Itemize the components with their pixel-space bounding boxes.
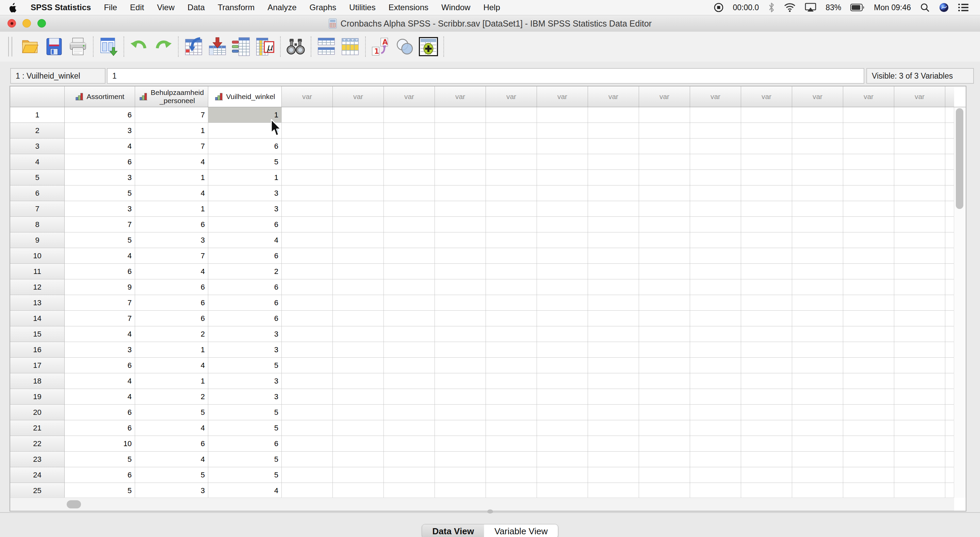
empty-cell[interactable] xyxy=(537,405,588,420)
empty-cell[interactable] xyxy=(486,311,537,327)
empty-cell[interactable] xyxy=(639,139,690,154)
empty-cell[interactable] xyxy=(639,295,690,311)
empty-cell[interactable] xyxy=(639,248,690,264)
row-number-header[interactable]: 11 xyxy=(10,264,65,279)
empty-cell[interactable] xyxy=(639,217,690,233)
empty-cell[interactable] xyxy=(537,389,588,405)
empty-cell[interactable] xyxy=(894,248,945,264)
empty-cell[interactable] xyxy=(894,233,945,248)
empty-cell[interactable] xyxy=(537,358,588,373)
empty-cell[interactable] xyxy=(435,201,486,217)
empty-cell[interactable] xyxy=(639,483,690,499)
empty-cell[interactable] xyxy=(894,123,945,139)
empty-cell[interactable] xyxy=(435,452,486,467)
empty-cell[interactable] xyxy=(894,358,945,373)
data-cell[interactable]: 3 xyxy=(208,185,282,201)
empty-cell[interactable] xyxy=(384,311,435,327)
row-number-header[interactable]: 15 xyxy=(10,327,65,342)
menu-item-utilities[interactable]: Utilities xyxy=(349,3,375,12)
row-number-header[interactable]: 10 xyxy=(10,248,65,264)
redo-icon[interactable] xyxy=(151,35,175,59)
data-cell[interactable]: 6 xyxy=(65,405,135,420)
empty-cell[interactable] xyxy=(333,295,384,311)
empty-cell[interactable] xyxy=(282,389,333,405)
empty-cell[interactable] xyxy=(435,107,486,123)
empty-cell[interactable] xyxy=(537,233,588,248)
data-cell[interactable]: 6 xyxy=(208,217,282,233)
data-cell[interactable]: 6 xyxy=(65,107,135,123)
empty-cell[interactable] xyxy=(486,452,537,467)
empty-cell[interactable] xyxy=(792,107,843,123)
empty-cell[interactable] xyxy=(486,467,537,483)
menu-item-transform[interactable]: Transform xyxy=(218,3,255,12)
empty-cell[interactable] xyxy=(639,185,690,201)
menu-item-file[interactable]: File xyxy=(104,3,117,12)
menu-item-window[interactable]: Window xyxy=(441,3,470,12)
row-number-header[interactable]: 12 xyxy=(10,279,65,295)
empty-cell[interactable] xyxy=(690,107,741,123)
undo-icon[interactable] xyxy=(127,35,151,59)
empty-cell[interactable] xyxy=(486,327,537,342)
row-number-header[interactable]: 21 xyxy=(10,420,65,436)
data-cell[interactable]: 3 xyxy=(65,342,135,358)
empty-cell[interactable] xyxy=(486,483,537,499)
spotlight-search-icon[interactable] xyxy=(920,3,930,12)
zoom-window-button[interactable] xyxy=(37,19,46,27)
empty-cell[interactable] xyxy=(843,327,894,342)
data-cell[interactable]: 5 xyxy=(208,467,282,483)
empty-cell[interactable] xyxy=(843,358,894,373)
data-cell[interactable]: 6 xyxy=(208,139,282,154)
row-number-header[interactable]: 25 xyxy=(10,483,65,499)
empty-cell[interactable] xyxy=(486,123,537,139)
empty-cell[interactable] xyxy=(843,342,894,358)
menu-item-data[interactable]: Data xyxy=(188,3,205,12)
row-number-header[interactable]: 20 xyxy=(10,405,65,420)
empty-cell[interactable] xyxy=(741,139,792,154)
empty-cell[interactable] xyxy=(282,170,333,185)
data-cell[interactable]: 4 xyxy=(135,358,208,373)
empty-cell[interactable] xyxy=(333,264,384,279)
empty-cell[interactable] xyxy=(588,264,639,279)
empty-cell[interactable] xyxy=(690,248,741,264)
empty-cell[interactable] xyxy=(792,436,843,452)
empty-cell[interactable] xyxy=(843,295,894,311)
empty-cell[interactable] xyxy=(894,217,945,233)
empty-cell[interactable] xyxy=(384,170,435,185)
empty-cell[interactable] xyxy=(282,107,333,123)
empty-cell[interactable] xyxy=(690,452,741,467)
row-number-header[interactable]: 23 xyxy=(10,452,65,467)
empty-cell[interactable] xyxy=(435,467,486,483)
row-number-header[interactable]: 2 xyxy=(10,123,65,139)
empty-cell[interactable] xyxy=(435,279,486,295)
empty-cell[interactable] xyxy=(690,295,741,311)
menu-item-analyze[interactable]: Analyze xyxy=(267,3,296,12)
empty-cell[interactable] xyxy=(741,467,792,483)
empty-cell[interactable] xyxy=(435,373,486,389)
empty-cell[interactable] xyxy=(486,139,537,154)
empty-cell[interactable] xyxy=(741,170,792,185)
empty-cell[interactable] xyxy=(282,154,333,170)
column-header-var[interactable]: var xyxy=(741,86,792,107)
row-number-header[interactable]: 22 xyxy=(10,436,65,452)
data-cell[interactable]: 6 xyxy=(65,154,135,170)
descriptive-statistics-icon[interactable]: μ xyxy=(253,35,277,59)
empty-cell[interactable] xyxy=(741,248,792,264)
data-cell[interactable]: 4 xyxy=(65,373,135,389)
empty-cell[interactable] xyxy=(333,139,384,154)
empty-cell[interactable] xyxy=(792,342,843,358)
empty-cell[interactable] xyxy=(588,217,639,233)
empty-cell[interactable] xyxy=(588,248,639,264)
empty-cell[interactable] xyxy=(792,311,843,327)
empty-cell[interactable] xyxy=(639,279,690,295)
empty-cell[interactable] xyxy=(588,342,639,358)
empty-cell[interactable] xyxy=(639,154,690,170)
empty-cell[interactable] xyxy=(486,217,537,233)
empty-cell[interactable] xyxy=(384,342,435,358)
empty-cell[interactable] xyxy=(537,107,588,123)
data-cell[interactable]: 4 xyxy=(208,233,282,248)
empty-cell[interactable] xyxy=(282,233,333,248)
data-cell[interactable]: 4 xyxy=(65,248,135,264)
empty-cell[interactable] xyxy=(588,279,639,295)
column-header-var[interactable]: var xyxy=(435,86,486,107)
empty-cell[interactable] xyxy=(843,233,894,248)
